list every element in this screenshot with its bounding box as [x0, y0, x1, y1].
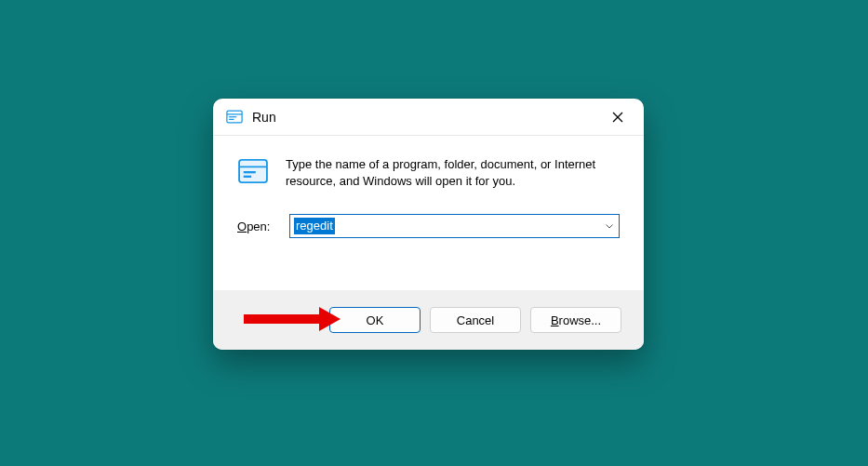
open-input-value: regedit	[294, 218, 335, 234]
svg-rect-2	[229, 116, 236, 117]
open-combobox[interactable]: regedit	[289, 214, 620, 238]
svg-rect-8	[244, 171, 256, 173]
dialog-body: Type the name of a program, folder, docu…	[213, 136, 644, 290]
open-label: Open:	[237, 220, 276, 233]
combobox-dropdown-button[interactable]	[600, 215, 619, 237]
close-button[interactable]	[599, 102, 636, 132]
titlebar: Run	[213, 99, 644, 136]
dialog-title: Run	[252, 110, 599, 125]
dialog-footer: OK Cancel Browse...	[213, 290, 644, 350]
open-input[interactable]: regedit	[290, 215, 600, 237]
svg-rect-3	[229, 119, 234, 120]
ok-button[interactable]: OK	[329, 307, 421, 333]
dialog-message: Type the name of a program, folder, docu…	[286, 156, 620, 190]
close-icon	[612, 112, 623, 123]
svg-rect-9	[244, 176, 251, 178]
open-row: Open: regedit	[237, 214, 620, 238]
run-title-icon	[226, 110, 243, 124]
run-dialog: Run Type the name of a program, folder, …	[213, 99, 644, 350]
browse-button[interactable]: Browse...	[530, 307, 621, 333]
run-body-icon	[237, 158, 269, 184]
cancel-button[interactable]: Cancel	[430, 307, 521, 333]
message-row: Type the name of a program, folder, docu…	[237, 156, 620, 190]
chevron-down-icon	[606, 224, 613, 229]
